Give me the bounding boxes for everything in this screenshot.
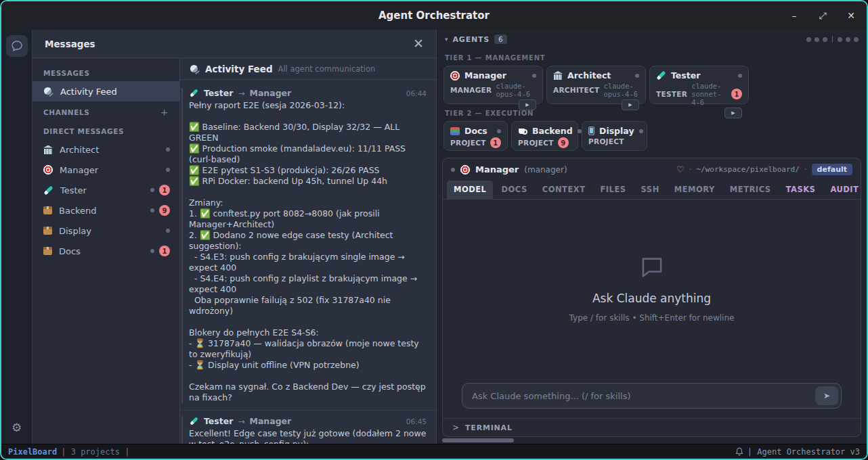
main-content: ⚙ Messages ✕ MESSAGES Activity Feed CHAN… [1,30,867,444]
empty-state-title: Ask Claude anything [592,292,711,305]
manager-role-suffix: (manager) [524,165,567,175]
agent-card-display[interactable]: Display PROJECT [582,121,647,151]
chat-input-row: ➤ [443,379,861,418]
books-icon [450,127,460,135]
activity-feed: Activity Feed All agent communication Te… [180,58,436,444]
agents-label: AGENTS [453,35,490,44]
tab-metrics[interactable]: METRICS [723,181,778,199]
sidebar-item-manager[interactable]: Manager [32,160,179,180]
test-tube-icon [656,70,666,80]
status-dot [166,168,170,172]
sidebar-item-tester[interactable]: Tester 1 [32,180,179,200]
sidebar-item-label: Display [59,226,91,236]
manager-panel-header: Manager (manager) ♡ · ~/workspace/pixelb… [443,158,861,181]
message-recipient: Manager [249,416,291,426]
agent-name: Backend [532,126,573,136]
sidebar-item-label: Architect [60,145,99,155]
sidebar-item-label: Manager [60,165,98,175]
settings-button[interactable]: ⚙ [6,417,28,438]
statusbar-projects: | 3 projects | [61,447,129,457]
target-icon [43,165,53,175]
status-dot [578,129,582,133]
target-icon [460,165,470,175]
status-dot [451,168,455,172]
minimize-button[interactable]: – [788,10,800,21]
sidebar-item-activity-feed[interactable]: Activity Feed [32,81,179,101]
sidebar-item-backend[interactable]: Backend 9 [32,200,179,221]
satellite-dish-icon [43,87,53,96]
bell-icon[interactable] [735,447,743,456]
scrollbar-thumb[interactable] [442,438,514,442]
test-tube-icon [190,89,199,98]
heart-icon[interactable]: ♡ [676,164,685,175]
chevron-down-icon: ▾ [445,36,448,43]
chat-empty-state: Ask Claude anything Type / for skills • … [443,200,861,379]
agent-card-manager[interactable]: Manager MANAGER claude-opus-4-6 ▶ [443,66,543,104]
message-timestamp: 06:44 [406,89,427,97]
window-title: Agent Orchestrator [1,1,867,30]
dots-separator [832,36,833,43]
unread-badge: 9 [558,137,569,148]
tab-memory[interactable]: MEMORY [668,181,722,199]
agent-card-tester[interactable]: Tester TESTER claude-sonnet-4-6 1 ▶ [649,66,749,104]
chevron-right-icon: > [452,423,459,432]
agent-dot [823,37,827,42]
separator-dot: · [804,165,807,175]
agents-count-badge: 6 [494,34,507,44]
agent-card-backend[interactable]: Backend PROJECT 9 [511,121,578,151]
status-dot [150,249,154,253]
tier2-label: TIER 2 — EXECUTION [442,104,861,121]
tab-audit[interactable]: AUDIT [823,181,861,199]
test-tube-icon [190,417,199,426]
statusbar-app-name: PixelBoard [8,447,57,457]
tab-files[interactable]: FILES [593,181,632,199]
agent-dot [854,37,859,42]
status-dot [166,229,170,233]
agent-role: PROJECT [450,139,486,147]
tab-ssh[interactable]: SSH [634,181,666,199]
close-messages-icon[interactable]: ✕ [413,37,424,50]
tab-model[interactable]: MODEL [447,181,493,199]
add-channel-button[interactable]: + [160,107,169,118]
horizontal-scrollbar[interactable] [442,437,861,444]
messages-panel-body: MESSAGES Activity Feed CHANNELS + DIRECT… [32,58,436,444]
dm-section-label: DIRECT MESSAGES [32,122,179,139]
tab-tasks[interactable]: TASKS [779,181,823,199]
send-button[interactable]: ➤ [815,386,838,405]
speech-bubble-icon [639,256,665,278]
close-button[interactable]: ✕ [845,10,857,21]
sidebar-item-label: Tester [60,185,87,196]
agent-dot [846,37,850,42]
sidebar-item-label: Docs [59,246,81,256]
activity-feed-list[interactable]: Tester → Manager 06:44 Pełny raport E2E … [180,80,436,444]
tier1-cards: Manager MANAGER claude-opus-4-6 ▶ Archit… [442,66,861,104]
chat-input[interactable] [462,383,842,409]
unread-badge: 1 [159,246,170,256]
tab-docs[interactable]: DOCS [494,181,534,199]
separator-dot: · [689,165,692,175]
icon-rail: ⚙ [1,30,32,444]
status-dot [738,74,742,78]
agent-role: ARCHITECT [553,86,600,94]
message-recipient: Manager [249,88,291,98]
workspace-path: ~/workspace/pixelboard/ [696,165,799,174]
sidebar-item-label: Backend [59,206,97,216]
agent-card-architect[interactable]: Architect ARCHITECT claude-opus-4-6 ▶ [546,66,646,104]
activity-feed-header: Activity Feed All agent communication [180,58,436,80]
agents-header[interactable]: ▾ AGENTS 6 [442,30,861,49]
unread-badge: 9 [159,205,170,216]
test-tube-icon [43,185,53,196]
session-badge[interactable]: default [812,164,852,175]
sidebar-item-docs[interactable]: Docs 1 [32,241,179,261]
agent-card-docs[interactable]: Docs PROJECT 1 [443,121,508,151]
messages-rail-button[interactable] [6,35,28,57]
messages-panel-header: Messages ✕ [32,30,436,58]
tab-context[interactable]: CONTEXT [536,181,592,199]
maximize-button[interactable]: ⤢ [817,10,829,22]
terminal-toggle[interactable]: > TERMINAL [443,418,861,436]
sidebar-item-architect[interactable]: Architect [32,139,179,160]
agent-name: Display [599,126,634,136]
agent-dot [838,37,842,42]
sidebar-item-display[interactable]: Display [32,221,179,241]
message-body: Excellent! Edge case testy już gotowe (d… [189,428,427,444]
